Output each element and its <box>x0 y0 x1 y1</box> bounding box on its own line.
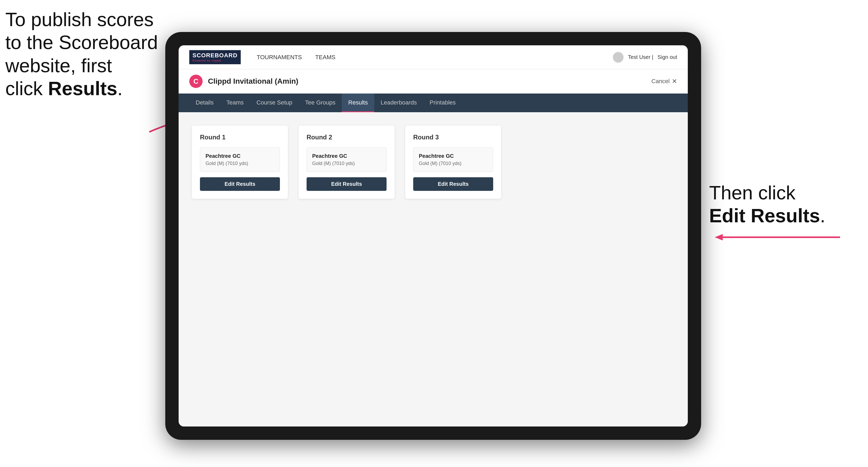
tablet-device: SCOREBOARD Powered by clippd TOURNAMENTS… <box>165 32 701 440</box>
instruction-line1: To publish scores <box>5 9 154 30</box>
user-avatar-icon <box>613 52 624 63</box>
top-nav: SCOREBOARD Powered by clippd TOURNAMENTS… <box>179 45 688 69</box>
logo-box: SCOREBOARD Powered by clippd <box>189 50 241 64</box>
nav-teams[interactable]: TEAMS <box>315 54 335 61</box>
round-1-course-info: Gold (M) (7010 yds) <box>206 161 274 166</box>
tournament-title-area: C Clippd Invitational (Amin) <box>189 75 298 88</box>
round-3-title: Round 3 <box>413 133 493 141</box>
round-1-card: Round 1 Peachtree GC Gold (M) (7010 yds)… <box>192 126 288 199</box>
round-2-course-card: Peachtree GC Gold (M) (7010 yds) <box>307 147 386 172</box>
round-3-card: Round 3 Peachtree GC Gold (M) (7010 yds)… <box>405 126 501 199</box>
cancel-button[interactable]: Cancel ✕ <box>652 77 677 85</box>
logo-text: SCOREBOARD <box>192 52 238 59</box>
tablet-screen: SCOREBOARD Powered by clippd TOURNAMENTS… <box>179 45 688 427</box>
tab-printables[interactable]: Printables <box>423 94 462 112</box>
instruction-line4: click Results. <box>5 78 123 99</box>
tab-course-setup[interactable]: Course Setup <box>250 94 299 112</box>
instruction-left: To publish scores to the Scoreboard webs… <box>5 8 158 100</box>
round-1-course-card: Peachtree GC Gold (M) (7010 yds) <box>200 147 280 172</box>
round-2-card: Round 2 Peachtree GC Gold (M) (7010 yds)… <box>299 126 395 199</box>
rounds-grid: Round 1 Peachtree GC Gold (M) (7010 yds)… <box>192 126 675 199</box>
round-2-course-info: Gold (M) (7010 yds) <box>312 161 381 166</box>
tab-tee-groups[interactable]: Tee Groups <box>299 94 342 112</box>
logo-area: SCOREBOARD Powered by clippd <box>189 50 241 64</box>
user-name: Test User | <box>628 54 653 60</box>
nav-links: TOURNAMENTS TEAMS <box>257 54 335 61</box>
instruction-line2: to the Scoreboard <box>5 32 158 53</box>
tab-details[interactable]: Details <box>189 94 220 112</box>
content-area: Round 1 Peachtree GC Gold (M) (7010 yds)… <box>179 112 688 427</box>
instruction-right: Then click Edit Results. <box>709 181 825 227</box>
svg-marker-1 <box>715 234 723 241</box>
round-3-course-info: Gold (M) (7010 yds) <box>419 161 488 166</box>
tab-results[interactable]: Results <box>342 94 374 112</box>
round-2-course-name: Peachtree GC <box>312 153 381 159</box>
round-1-course-name: Peachtree GC <box>206 153 274 159</box>
round-1-title: Round 1 <box>200 133 280 141</box>
instruction-line3: website, first <box>5 55 112 76</box>
round-2-title: Round 2 <box>307 133 386 141</box>
tournament-title: Clippd Invitational (Amin) <box>208 77 298 86</box>
user-area: Test User | Sign out <box>613 52 677 63</box>
tournament-header: C Clippd Invitational (Amin) Cancel ✕ <box>179 69 688 94</box>
sign-out-link[interactable]: Sign out <box>658 54 677 60</box>
round-3-course-card: Peachtree GC Gold (M) (7010 yds) <box>413 147 493 172</box>
instruction-right-line2: Edit Results <box>709 205 820 226</box>
close-icon: ✕ <box>672 77 677 85</box>
tab-leaderboards[interactable]: Leaderboards <box>374 94 423 112</box>
tab-bar: Details Teams Course Setup Tee Groups Re… <box>179 94 688 112</box>
logo-sub: Powered by clippd <box>192 59 238 62</box>
round-3-edit-results-button[interactable]: Edit Results <box>413 177 493 191</box>
round-1-edit-results-button[interactable]: Edit Results <box>200 177 280 191</box>
round-3-course-name: Peachtree GC <box>419 153 488 159</box>
instruction-right-line1: Then click <box>709 182 796 204</box>
tab-teams[interactable]: Teams <box>220 94 250 112</box>
round-2-edit-results-button[interactable]: Edit Results <box>307 177 386 191</box>
nav-tournaments[interactable]: TOURNAMENTS <box>257 54 302 61</box>
tournament-icon: C <box>189 75 203 88</box>
